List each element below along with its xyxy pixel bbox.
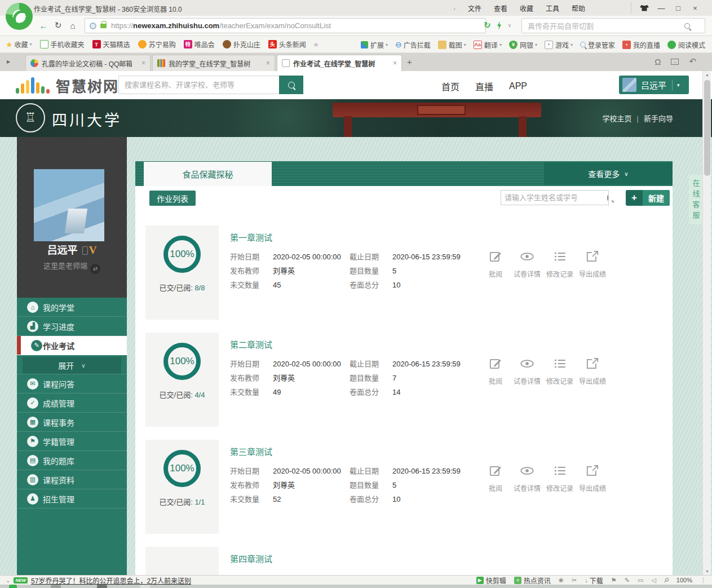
favorites-button[interactable]: ★ 收藏▾ xyxy=(6,39,32,49)
bank-button[interactable]: ¥ 网银▾ xyxy=(509,40,537,50)
quick-search-input[interactable] xyxy=(527,20,684,33)
review-button[interactable]: 批阅 xyxy=(483,356,508,440)
course-search-input[interactable] xyxy=(118,76,279,94)
sidebar-item-qa[interactable]: ✉课程问答 xyxy=(17,374,127,394)
sidebar-item-progress[interactable]: ▟学习进度 xyxy=(17,317,127,336)
sidebar-item-my-school[interactable]: ⌂我的学堂 xyxy=(17,298,127,317)
wheel-icon[interactable]: ❀ xyxy=(559,577,564,584)
back-button[interactable]: ← xyxy=(36,18,51,33)
zoom-level[interactable]: 100% xyxy=(676,577,692,583)
tab-close-icon[interactable]: × xyxy=(388,59,397,67)
tab-my-school[interactable]: 我的学堂_在线学堂_智慧树 × xyxy=(152,55,275,71)
export-grades-button[interactable]: 导出成绩 xyxy=(579,463,606,547)
sidebar-item-student-roll[interactable]: ⚑学籍管理 xyxy=(17,432,127,451)
address-input[interactable]: https://newexam.zhihuishu.com/teacherExa… xyxy=(85,18,486,33)
home-button[interactable]: ⌂ xyxy=(65,18,80,33)
view-more-button[interactable]: 查看更多∨ xyxy=(544,162,673,185)
screenshot-button[interactable]: 截图▾ xyxy=(438,40,466,50)
media-audio-icon[interactable]: Ω xyxy=(654,57,661,67)
reader-mode-button[interactable]: 阅读模式 xyxy=(667,40,705,50)
export-grades-button[interactable]: 导出成绩 xyxy=(579,249,606,333)
scrollbar-thumb[interactable] xyxy=(704,80,710,176)
restore-tab-icon[interactable]: ↶ xyxy=(689,56,696,67)
refresh-button[interactable]: ↻ xyxy=(51,18,65,33)
paper-detail-button[interactable]: 试卷详情 xyxy=(514,463,541,547)
monitor-icon[interactable]: ▭ xyxy=(638,577,643,584)
tab-list-expander-icon[interactable]: ▸ xyxy=(7,58,10,65)
sidebar-expand-button[interactable]: 展开∨ xyxy=(23,357,121,374)
homework-title-link[interactable]: 第一章测试 xyxy=(230,231,467,243)
sidebar-item-course-affairs[interactable]: ▦课程事务 xyxy=(17,413,127,432)
tab-course[interactable]: 食品保藏探秘 xyxy=(144,162,272,186)
my-live-button[interactable]: ▪ 我的直播 xyxy=(622,40,660,50)
nav-home[interactable]: 首页 xyxy=(441,79,459,93)
menu-tools[interactable]: 工具 xyxy=(546,3,559,13)
no-trace-mode-icon[interactable]: ↻ xyxy=(484,20,491,30)
download-button[interactable]: ↓ 下载 xyxy=(585,576,603,585)
edit-history-button[interactable]: 修改记录 xyxy=(546,463,573,547)
student-search-input[interactable] xyxy=(501,193,607,202)
close-button[interactable]: × xyxy=(687,2,704,14)
new-tab-button[interactable]: + xyxy=(407,57,412,67)
tab-close-icon[interactable]: × xyxy=(137,59,145,67)
pen-icon[interactable]: ✎ xyxy=(625,577,630,584)
sidebar-item-homework-exam[interactable]: ✎作业考试 xyxy=(17,336,127,355)
menu-file[interactable]: 文件 xyxy=(468,3,481,13)
bookmark-toutiao[interactable]: 头 头条新闻 xyxy=(268,39,306,49)
news-ticker-link[interactable]: 57岁乔丹哭了！科比的公开追思会上，2万人前来送别 xyxy=(31,576,191,585)
homework-list-button[interactable]: 作业列表 xyxy=(149,191,196,206)
course-search-button[interactable] xyxy=(279,76,303,94)
speed-mode-icon[interactable] xyxy=(497,21,502,30)
edit-history-button[interactable]: 修改记录 xyxy=(546,249,573,333)
tab-close-icon[interactable]: × xyxy=(262,59,270,67)
scroll-down-icon[interactable]: ▼ xyxy=(703,569,711,573)
menu-view[interactable]: 查看 xyxy=(494,3,507,13)
zhihuishu-logo[interactable]: 智慧树网 xyxy=(16,77,119,94)
bookmark-mobile-favorites[interactable]: 手机收藏夹 xyxy=(40,39,85,49)
maximize-button[interactable]: □ xyxy=(670,2,687,14)
homework-title-link[interactable]: 第三章测试 xyxy=(230,445,467,457)
bookmarks-overflow-icon[interactable]: » xyxy=(314,40,318,48)
export-grades-button[interactable]: 导出成绩 xyxy=(579,356,606,440)
minimize-button[interactable]: — xyxy=(653,2,670,14)
bookmark-poker[interactable]: 扑克山庄 xyxy=(223,39,260,49)
paper-detail-button[interactable]: 试卷详情 xyxy=(514,249,541,333)
quick-search-icon[interactable] xyxy=(684,23,690,29)
edit-history-button[interactable]: 修改记录 xyxy=(546,356,573,440)
homework-title-link[interactable]: 第二章测试 xyxy=(230,338,467,350)
flag-icon[interactable]: ⚑ xyxy=(611,577,617,584)
hot-news-button[interactable]: ≡热点资讯 xyxy=(514,576,551,585)
review-button[interactable]: 批阅 xyxy=(483,249,508,333)
bookmark-suning[interactable]: 苏宁易购 xyxy=(138,39,176,49)
search-icon[interactable] xyxy=(607,195,608,201)
bookmark-vip[interactable]: 特 唯品会 xyxy=(184,39,215,49)
games-button[interactable]: • 游戏▾ xyxy=(545,40,573,50)
nav-live[interactable]: 直播 xyxy=(475,79,493,93)
nav-app[interactable]: APP xyxy=(509,81,527,91)
more-dots-icon[interactable]: ⋮ xyxy=(700,577,706,584)
sidebar-item-grades[interactable]: ✓成绩管理 xyxy=(17,394,127,413)
new-homework-button[interactable]: + 新建 xyxy=(626,190,670,206)
ssl-lock-icon[interactable] xyxy=(100,24,107,28)
paper-detail-button[interactable]: 试卷详情 xyxy=(514,356,541,440)
user-menu[interactable]: 吕远平 ▾ xyxy=(619,76,689,94)
zoom-search-icon[interactable]: ⚲ xyxy=(662,576,670,585)
translate-button[interactable]: Aa 翻译▾ xyxy=(474,40,502,50)
scroll-up-icon[interactable]: ▲ xyxy=(703,73,711,77)
window-stack-icon[interactable]: ⌄ xyxy=(671,59,679,65)
sidebar-item-question-bank[interactable]: ▤我的题库 xyxy=(17,451,127,470)
speaker-icon[interactable]: ◁ xyxy=(651,577,656,584)
sidebar-item-course-materials[interactable]: ▥课程资料 xyxy=(17,470,127,489)
bookmark-tmall[interactable]: T 天猫精选 xyxy=(92,39,130,49)
menu-chevron-icon[interactable]: › xyxy=(453,5,455,12)
newbie-guide-link[interactable]: 新手向导 xyxy=(644,114,673,123)
sidebar-item-enrollment[interactable]: ♟招生管理 xyxy=(17,489,127,509)
tab-homework-exam[interactable]: 作业考试_在线学堂_智慧树 × xyxy=(277,55,402,71)
tab-qq-mail[interactable]: 孔露的毕业论文初稿 - QQ邮箱 × xyxy=(25,55,151,71)
quick-clip-button[interactable]: ▶快剪辑 xyxy=(476,576,506,585)
skin-button[interactable] xyxy=(636,2,653,14)
school-home-link[interactable]: 学校主页 xyxy=(603,114,632,123)
collapse-icon[interactable]: ⌄ xyxy=(6,577,10,583)
site-info-icon[interactable] xyxy=(90,23,96,29)
menu-favorites[interactable]: 收藏 xyxy=(520,3,533,13)
